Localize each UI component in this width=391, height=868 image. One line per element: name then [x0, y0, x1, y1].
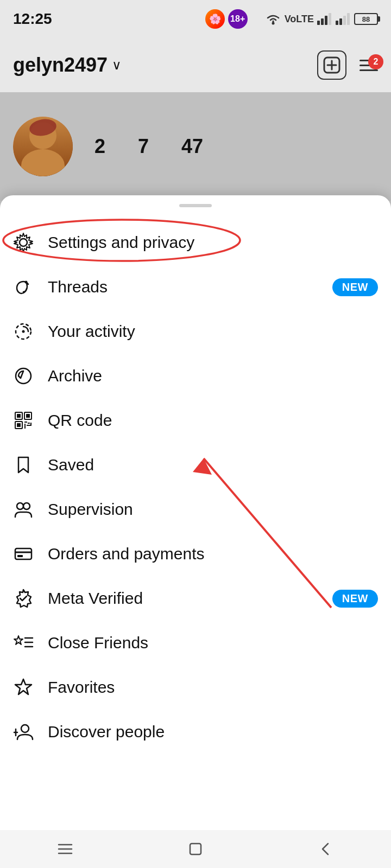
svg-rect-27: [24, 424, 26, 429]
signal-bar-icon: [317, 13, 332, 25]
following-count: 47: [181, 135, 203, 158]
posts-count: 2: [94, 135, 105, 158]
svg-rect-6: [339, 18, 342, 25]
archive-label: Archive: [48, 367, 102, 385]
svg-rect-35: [17, 555, 23, 557]
svg-rect-25: [17, 423, 21, 427]
archive-icon: [13, 366, 48, 386]
svg-rect-8: [347, 13, 350, 25]
status-time: 12:25: [13, 10, 52, 28]
add-post-button[interactable]: [317, 50, 346, 80]
wifi-icon: [265, 13, 281, 25]
menu-item-settings[interactable]: Settings and privacy: [13, 220, 378, 265]
svg-marker-40: [15, 679, 31, 694]
nav-bar: [0, 830, 391, 868]
bookmark-icon: [13, 455, 48, 475]
svg-point-18: [22, 330, 25, 333]
threads-new-badge: NEW: [332, 278, 378, 296]
volte-icon: VoLTE: [285, 14, 314, 25]
profile-area: 2 7 47: [0, 92, 391, 201]
app-icon-1: 🌸: [205, 9, 225, 29]
sheet-handle: [179, 204, 212, 207]
closefriends-label: Close Friends: [48, 634, 148, 652]
activity-icon: [13, 321, 48, 342]
svg-rect-3: [325, 16, 327, 25]
nav-menu-icon[interactable]: [56, 840, 74, 858]
svg-point-0: [272, 22, 274, 25]
menu-button-wrapper[interactable]: 2: [360, 60, 378, 71]
menu-item-discover[interactable]: Discover people: [13, 710, 378, 754]
svg-rect-26: [24, 422, 27, 423]
card-icon: [13, 544, 48, 564]
svg-marker-36: [14, 636, 23, 644]
svg-rect-5: [336, 21, 338, 25]
menu-item-qrcode[interactable]: QR code: [13, 398, 378, 443]
orders-label: Orders and payments: [48, 545, 204, 563]
threads-icon: [13, 277, 48, 297]
status-app-icons: 🌸 18+: [205, 9, 248, 29]
threads-label: Threads: [48, 278, 108, 296]
avatar: [13, 117, 73, 176]
username-row[interactable]: gelyn2497 ∨: [13, 54, 122, 76]
settings-icon: [13, 232, 48, 253]
chevron-down-icon: ∨: [112, 58, 122, 73]
followers-count: 7: [138, 135, 149, 158]
svg-rect-4: [329, 13, 331, 25]
svg-point-32: [23, 503, 30, 509]
menu-item-supervision[interactable]: Supervision: [13, 487, 378, 532]
favorites-label: Favorites: [48, 678, 115, 697]
starlist-icon: [13, 633, 48, 653]
svg-rect-23: [17, 414, 21, 418]
battery-icon: 88: [354, 13, 378, 25]
saved-label: Saved: [48, 456, 94, 474]
svg-rect-29: [30, 423, 31, 426]
plus-square-icon: [323, 56, 340, 74]
notification-badge: 2: [368, 54, 383, 69]
menu-item-activity[interactable]: Your activity: [13, 309, 378, 354]
username-label: gelyn2497: [13, 54, 108, 76]
menu-item-archive[interactable]: Archive: [13, 354, 378, 398]
svg-rect-48: [190, 844, 201, 854]
stat-following: 47: [181, 135, 203, 158]
stats-row: 2 7 47: [94, 135, 203, 158]
menu-list: Settings and privacy Threads NEW: [0, 220, 391, 754]
menu-item-favorites[interactable]: Favorites: [13, 665, 378, 710]
nav-back-icon[interactable]: [317, 840, 335, 858]
svg-rect-2: [321, 18, 324, 25]
stat-posts: 2: [94, 135, 105, 158]
svg-point-15: [20, 239, 27, 246]
metaverified-label: Meta Verified: [48, 589, 143, 608]
svg-rect-33: [15, 548, 31, 559]
menu-item-closefriends[interactable]: Close Friends: [13, 621, 378, 665]
supervision-icon: [13, 499, 48, 520]
svg-rect-7: [343, 16, 346, 25]
menu-item-saved[interactable]: Saved: [13, 443, 378, 487]
bottom-sheet: Settings and privacy Threads NEW: [0, 195, 391, 830]
menu-item-threads[interactable]: Threads NEW: [13, 265, 378, 309]
menu-item-metaverified[interactable]: Meta Verified NEW: [13, 576, 378, 621]
stat-followers: 7: [138, 135, 149, 158]
app-icon-2: 18+: [228, 9, 248, 29]
qr-code-icon: [13, 410, 48, 431]
qrcode-label: QR code: [48, 411, 112, 430]
svg-point-16: [25, 281, 28, 284]
svg-point-41: [21, 725, 29, 732]
settings-label: Settings and privacy: [48, 233, 194, 252]
signal-icons: VoLTE 88: [265, 13, 378, 25]
star-icon: [13, 677, 48, 698]
svg-rect-30: [28, 423, 30, 424]
activity-label: Your activity: [48, 322, 135, 341]
discover-label: Discover people: [48, 723, 165, 741]
addperson-icon: [13, 722, 48, 742]
metaverified-new-badge: NEW: [332, 590, 378, 608]
signal-bar2-icon: [336, 13, 351, 25]
header: gelyn2497 ∨ 2: [0, 38, 391, 92]
supervision-label: Supervision: [48, 500, 133, 519]
menu-item-orders[interactable]: Orders and payments: [13, 532, 378, 576]
header-actions: 2: [317, 50, 378, 80]
nav-home-icon[interactable]: [187, 840, 204, 858]
verified-icon: [13, 588, 48, 609]
svg-rect-24: [26, 414, 30, 418]
svg-rect-1: [317, 21, 320, 25]
svg-point-31: [17, 503, 23, 509]
